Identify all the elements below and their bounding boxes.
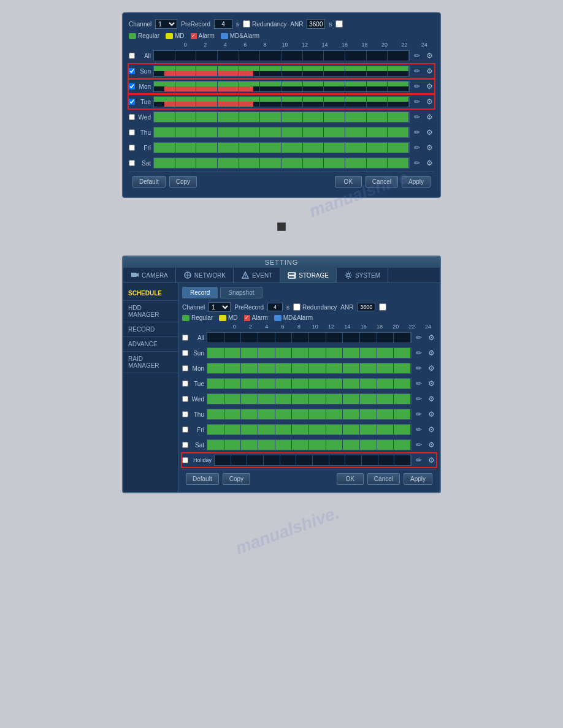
s-sat-gear-icon[interactable]: ⚙ (426, 440, 436, 450)
s-sat-timebar[interactable] (207, 439, 412, 450)
setting-default-button[interactable]: Default (186, 473, 219, 485)
wed-gear-icon[interactable]: ⚙ (424, 112, 434, 122)
s-wed-gear-icon[interactable]: ⚙ (426, 394, 436, 404)
s-redundancy-label[interactable]: Redundancy (293, 303, 337, 311)
s-all-edit-icon[interactable]: ✏ (414, 333, 424, 343)
s-sun-timebar[interactable] (207, 347, 412, 358)
fri-edit-icon[interactable]: ✏ (412, 143, 422, 153)
mon-timebar[interactable] (153, 81, 410, 92)
tue-gear-icon[interactable]: ⚙ (424, 97, 434, 107)
sun-timebar[interactable] (153, 66, 410, 77)
mon-edit-icon[interactable]: ✏ (412, 82, 422, 91)
thu-edit-icon[interactable]: ✏ (412, 127, 422, 137)
s-fri-check[interactable] (182, 427, 191, 433)
thu-gear-icon[interactable]: ⚙ (424, 127, 434, 137)
s-sat-check[interactable] (182, 442, 191, 448)
tab-system[interactable]: SYSTEM (337, 268, 388, 282)
thu-check[interactable] (129, 129, 137, 135)
s-redundancy-checkbox[interactable] (293, 303, 301, 311)
s-holiday-gear-icon[interactable]: ⚙ (426, 455, 436, 465)
sun-check[interactable] (129, 68, 137, 74)
tab-network[interactable]: NETWORK (176, 268, 234, 282)
sub-tab-record[interactable]: Record (182, 287, 218, 298)
thu-timebar[interactable] (153, 127, 410, 138)
setting-cancel-button[interactable]: Cancel (367, 473, 400, 485)
wed-check[interactable] (129, 114, 137, 120)
s-sun-check[interactable] (182, 350, 191, 356)
mon-gear-icon[interactable]: ⚙ (424, 82, 434, 91)
sat-edit-icon[interactable]: ✏ (412, 158, 422, 168)
panel1-copy-button[interactable]: Copy (169, 176, 197, 188)
s-tue-check[interactable] (182, 381, 191, 387)
s-holiday-timebar[interactable] (214, 455, 412, 466)
s-tue-timebar[interactable] (207, 378, 412, 389)
s-wed-edit-icon[interactable]: ✏ (414, 394, 424, 404)
sidebar-advance[interactable]: ADVANCE (123, 337, 178, 352)
fri-check[interactable] (129, 145, 137, 151)
redundancy-label[interactable]: Redundancy (243, 20, 286, 28)
s-fri-edit-icon[interactable]: ✏ (414, 425, 424, 434)
setting-apply-button[interactable]: Apply (404, 473, 432, 485)
sat-check[interactable] (129, 160, 137, 166)
sub-tab-snapshot[interactable]: Snapshot (220, 287, 262, 298)
s-wed-check[interactable] (182, 396, 191, 402)
tue-check[interactable] (129, 99, 137, 105)
setting-copy-button[interactable]: Copy (223, 473, 250, 485)
all-timebar[interactable] (153, 50, 410, 61)
s-all-check[interactable] (182, 335, 191, 341)
s-mon-gear-icon[interactable]: ⚙ (426, 363, 436, 373)
s-tue-edit-icon[interactable]: ✏ (414, 379, 424, 389)
setting-ok-button[interactable]: OK (337, 473, 364, 485)
s-fri-gear-icon[interactable]: ⚙ (426, 425, 436, 434)
sidebar-record[interactable]: RECORD (123, 322, 178, 337)
s-fri-timebar[interactable] (207, 424, 412, 435)
panel1-cancel-button[interactable]: Cancel (366, 176, 398, 188)
s-channel-select[interactable]: 1 (209, 302, 231, 312)
s-holiday-check[interactable] (182, 457, 191, 463)
s-thu-timebar[interactable] (207, 409, 412, 420)
s-anr-checkbox[interactable] (379, 303, 386, 311)
panel1-default-button[interactable]: Default (132, 176, 166, 188)
fri-gear-icon[interactable]: ⚙ (424, 143, 434, 153)
s-mon-check[interactable] (182, 365, 191, 371)
panel1-ok-button[interactable]: OK (335, 176, 362, 188)
sat-gear-icon[interactable]: ⚙ (424, 158, 434, 168)
sun-edit-icon[interactable]: ✏ (412, 66, 422, 76)
s-mon-timebar[interactable] (207, 363, 412, 374)
sidebar-raid-manager[interactable]: RAID MANAGER (123, 352, 178, 373)
wed-timebar[interactable] (153, 112, 410, 123)
tue-timebar[interactable] (153, 96, 410, 107)
s-wed-timebar[interactable] (207, 393, 412, 404)
mon-check[interactable] (129, 83, 137, 89)
tab-camera[interactable]: CAMERA (123, 268, 176, 282)
s-anr-input[interactable]: 3600 (357, 303, 375, 311)
s-thu-check[interactable] (182, 411, 191, 417)
panel1-apply-button[interactable]: Apply (402, 176, 431, 188)
tue-edit-icon[interactable]: ✏ (412, 97, 422, 107)
wed-edit-icon[interactable]: ✏ (412, 112, 422, 122)
sidebar-hdd-manager[interactable]: HDD MANAGER (123, 301, 178, 322)
anr-checkbox[interactable] (335, 20, 343, 28)
prerecord-input[interactable]: 4 (214, 19, 232, 29)
s-sat-edit-icon[interactable]: ✏ (414, 440, 424, 450)
s-prerecord-input[interactable]: 4 (267, 303, 283, 311)
sat-timebar[interactable] (153, 157, 410, 169)
tab-storage[interactable]: STORAGE (280, 268, 337, 282)
s-mon-edit-icon[interactable]: ✏ (414, 363, 424, 373)
s-sun-gear-icon[interactable]: ⚙ (426, 348, 436, 358)
s-all-timebar[interactable] (207, 332, 412, 343)
all-gear-icon[interactable]: ⚙ (424, 51, 434, 61)
fri-timebar[interactable] (153, 142, 410, 153)
s-holiday-edit-icon[interactable]: ✏ (414, 455, 424, 465)
all-check[interactable] (129, 53, 137, 59)
all-edit-icon[interactable]: ✏ (412, 51, 422, 61)
channel-select[interactable]: 1 (155, 19, 177, 29)
tab-event[interactable]: EVENT (234, 268, 280, 282)
sun-gear-icon[interactable]: ⚙ (424, 66, 434, 76)
s-tue-gear-icon[interactable]: ⚙ (426, 379, 436, 389)
s-all-gear-icon[interactable]: ⚙ (426, 333, 436, 343)
s-thu-gear-icon[interactable]: ⚙ (426, 409, 436, 419)
s-thu-edit-icon[interactable]: ✏ (414, 409, 424, 419)
redundancy-checkbox[interactable] (243, 20, 250, 28)
s-sun-edit-icon[interactable]: ✏ (414, 348, 424, 358)
